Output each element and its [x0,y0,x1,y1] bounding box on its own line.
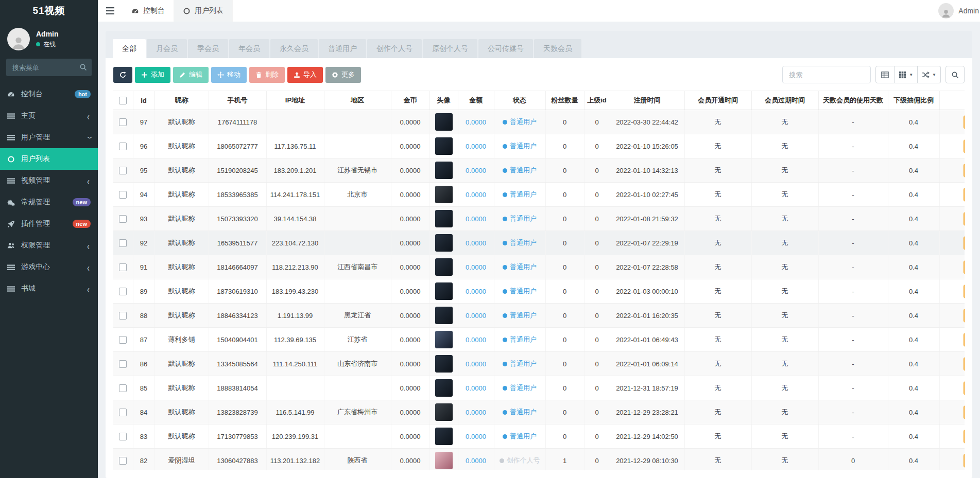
import-button[interactable]: 导入 [287,67,323,83]
filter-tab-9[interactable]: 天数会员 [534,39,581,58]
status-action-button[interactable] [964,212,965,226]
row-checkbox[interactable] [119,360,127,368]
sidebar-toggle-button[interactable] [98,0,123,22]
row-checkbox[interactable] [119,384,127,392]
amount-link[interactable]: 0.0000 [466,167,486,174]
status-action-button[interactable] [964,333,965,347]
status-action-button[interactable] [964,454,965,468]
status-action-button[interactable] [964,405,965,419]
amount-link[interactable]: 0.0000 [466,288,486,295]
row-checkbox[interactable] [119,239,127,247]
table-search-input[interactable] [782,66,871,83]
user-avatar-image[interactable] [435,113,453,131]
topbar-user-menu[interactable]: Admin [938,0,980,22]
edit-button[interactable]: 编辑 [173,67,209,83]
amount-link[interactable]: 0.0000 [466,239,486,247]
row-checkbox[interactable] [119,433,127,440]
amount-link[interactable]: 0.0000 [466,409,486,416]
sidebar-item-video-mgmt[interactable]: 视频管理‹ [0,170,98,191]
status-action-button[interactable] [964,309,965,323]
user-avatar-image[interactable] [435,186,453,203]
row-checkbox[interactable] [119,167,127,174]
amount-link[interactable]: 0.0000 [466,384,486,392]
amount-link[interactable]: 0.0000 [466,336,486,344]
user-avatar-image[interactable] [435,428,453,445]
filter-tab-0[interactable]: 全部 [113,39,146,58]
list-view-button[interactable] [875,66,895,83]
amount-link[interactable]: 0.0000 [466,215,486,223]
sidebar-item-perm-mgmt[interactable]: 权限管理‹ [0,235,98,256]
filter-tab-8[interactable]: 公司传媒号 [478,39,533,58]
row-checkbox[interactable] [119,457,127,465]
filter-tab-1[interactable]: 月会员 [147,39,187,58]
row-checkbox[interactable] [119,118,127,126]
row-checkbox[interactable] [119,143,127,150]
export-dropdown-button[interactable]: ▼ [918,66,941,83]
topbar-tab-user-list[interactable]: 用户列表 [174,0,233,22]
user-avatar-image[interactable] [435,234,453,252]
row-checkbox[interactable] [119,312,127,320]
cell-parent-id: 0 [595,457,598,465]
status-action-button[interactable] [964,430,965,444]
sidebar-item-general-mgmt[interactable]: 常规管理new [0,191,98,213]
amount-link[interactable]: 0.0000 [466,312,486,320]
amount-link[interactable]: 0.0000 [466,360,486,368]
status-action-button[interactable] [964,260,965,274]
columns-dropdown-button[interactable]: ▼ [895,66,918,83]
status-action-button[interactable] [964,357,965,371]
status-action-button[interactable] [964,236,965,250]
more-button[interactable]: 更多 [325,67,361,83]
refresh-button[interactable] [113,67,132,83]
row-checkbox[interactable] [119,336,127,344]
sidebar-item-user-mgmt[interactable]: 用户管理‹ [0,127,98,148]
row-checkbox[interactable] [119,409,127,416]
sidebar-item-console[interactable]: 控制台hot [0,83,98,105]
delete-button[interactable]: 删除 [249,67,285,83]
row-checkbox[interactable] [119,215,127,223]
filter-tab-2[interactable]: 季会员 [188,39,228,58]
amount-link[interactable]: 0.0000 [466,191,486,199]
add-button[interactable]: 添加 [135,67,170,83]
top-navbar: 控制台用户列表 Admin [98,0,980,22]
amount-link[interactable]: 0.0000 [466,118,486,126]
sidebar-item-user-list[interactable]: 用户列表 [0,148,98,170]
advanced-search-button[interactable] [945,66,965,83]
user-avatar-image[interactable] [435,162,453,179]
status-action-button[interactable] [964,285,965,298]
amount-link[interactable]: 0.0000 [466,433,486,440]
filter-tab-6[interactable]: 创作个人号 [367,39,422,58]
filter-tab-5[interactable]: 普通用户 [319,39,366,58]
row-checkbox[interactable] [119,191,127,199]
user-avatar-image[interactable] [435,137,453,155]
sidebar-item-home[interactable]: 主页‹ [0,105,98,127]
user-avatar-image[interactable] [435,403,453,421]
sidebar-item-book-city[interactable]: 书城‹ [0,278,98,299]
topbar-tab-console[interactable]: 控制台 [123,0,174,22]
user-avatar-image[interactable] [435,282,453,300]
status-action-button[interactable] [964,115,965,129]
status-action-button[interactable] [964,188,965,202]
status-action-button[interactable] [964,164,965,178]
sidebar-item-plugin-mgmt[interactable]: 插件管理new [0,213,98,235]
sidebar-item-game-center[interactable]: 游戏中心‹ [0,256,98,278]
user-avatar-image[interactable] [435,210,453,227]
status-action-button[interactable] [964,139,965,153]
amount-link[interactable]: 0.0000 [466,263,486,271]
user-avatar-image[interactable] [435,452,453,469]
user-avatar-image[interactable] [435,307,453,324]
user-avatar-image[interactable] [435,258,453,276]
filter-tab-3[interactable]: 年会员 [229,39,269,58]
amount-link[interactable]: 0.0000 [466,457,486,465]
move-button[interactable]: 移动 [211,67,247,83]
user-avatar-image[interactable] [435,379,453,397]
user-avatar-image[interactable] [435,331,453,348]
status-action-button[interactable] [964,381,965,395]
filter-tab-7[interactable]: 原创个人号 [423,39,477,58]
amount-link[interactable]: 0.0000 [466,143,486,150]
cell-phone: 18846334123 [217,312,258,320]
row-checkbox[interactable] [119,288,127,295]
select-all-checkbox[interactable] [119,97,127,104]
filter-tab-4[interactable]: 永久会员 [270,39,318,58]
row-checkbox[interactable] [119,263,127,271]
user-avatar-image[interactable] [435,355,453,373]
